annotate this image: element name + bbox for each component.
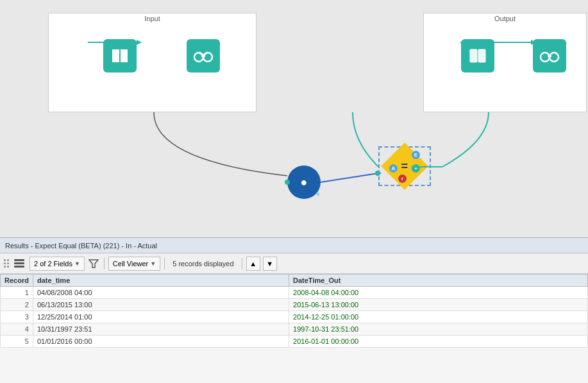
cell-datetime-out: 2015-06-13 13:00:00	[289, 299, 588, 311]
fields-chevron: ▼	[74, 260, 80, 267]
cell-datetime-out: 1997-10-31 23:51:00	[289, 323, 588, 336]
results-header: Results - Expect Equal (BETA) (221) - In…	[0, 238, 588, 253]
svg-point-11	[541, 53, 550, 62]
output-binoculars-node[interactable]	[533, 39, 566, 72]
separator-3	[242, 258, 242, 269]
svg-rect-13	[548, 55, 551, 57]
table-row: 312/25/2014 01:002014-12-25 01:00:00	[1, 311, 588, 323]
col-header-datetime-out: DateTime_Out	[289, 275, 588, 287]
input-label: Input	[144, 15, 160, 22]
table-row: 104/08/2008 04:002008-04-08 04:00:00	[1, 287, 588, 299]
badge-e: E	[412, 151, 420, 159]
table-row: 410/31/1997 23:511997-10-31 23:51:00	[1, 323, 588, 336]
cell-datetime-out: 2014-12-25 01:00:00	[289, 311, 588, 323]
records-displayed-text: 5 records displayed	[172, 260, 233, 268]
input-book-node[interactable]	[103, 39, 137, 72]
fields-button[interactable]: 2 of 2 Fields ▼	[29, 257, 85, 271]
connector-dot-2	[285, 180, 290, 185]
filter-icon	[88, 259, 99, 269]
cell-record: 1	[1, 287, 33, 299]
scroll-down-button[interactable]: ▼	[263, 257, 277, 271]
input-workflow-box: Input	[48, 13, 256, 112]
cell-datetime-out: 2016-01-01 00:00:00	[289, 336, 588, 348]
separator-2	[164, 258, 165, 269]
svg-rect-8	[478, 49, 485, 62]
canvas-area: Input Output ● + = E A r	[0, 0, 588, 237]
cell-date-time: 06/13/2015 13:00	[33, 299, 289, 311]
svg-rect-6	[201, 55, 205, 57]
data-table: Record date_time DateTime_Out 104/08/200…	[0, 274, 588, 383]
results-header-text: Results - Expect Equal (BETA) (221) - In…	[5, 242, 157, 250]
output-workflow-box: Output	[423, 13, 587, 112]
cell-viewer-button[interactable]: Cell Viewer ▼	[108, 257, 160, 271]
table-row: 501/01/2016 00:002016-01-01 00:00:00	[1, 336, 588, 348]
cell-record: 2	[1, 299, 33, 311]
table-body: 104/08/2008 04:002008-04-08 04:00:00206/…	[1, 287, 588, 348]
output-book-node[interactable]	[461, 39, 494, 72]
svg-point-5	[203, 53, 212, 62]
badge-r: r	[398, 174, 407, 183]
input-binoculars-node[interactable]	[187, 39, 220, 72]
svg-rect-7	[470, 49, 477, 62]
cell-viewer-chevron: ▼	[150, 260, 156, 267]
add-icon[interactable]: +	[315, 189, 321, 199]
scroll-up-button[interactable]: ▲	[246, 257, 260, 271]
drag-handle	[4, 259, 9, 268]
badge-a: A	[389, 164, 398, 173]
cell-date-time: 01/01/2016 00:00	[33, 336, 289, 348]
svg-point-4	[194, 53, 203, 62]
connector-dot-3	[375, 171, 380, 176]
connector-dot-1	[124, 40, 129, 45]
table-row: 206/13/2015 13:002015-06-13 13:00:00	[1, 299, 588, 311]
cell-record: 5	[1, 336, 33, 348]
table-header-row: Record date_time DateTime_Out	[1, 275, 588, 287]
svg-line-18	[321, 173, 378, 182]
cell-date-time: 12/25/2014 01:00	[33, 311, 289, 323]
col-header-record: Record	[1, 275, 33, 287]
expect-equal-node[interactable]: = E A r +	[378, 146, 431, 186]
cell-record: 4	[1, 323, 33, 336]
blue-circle-node[interactable]: ● +	[287, 166, 321, 199]
results-toolbar: 2 of 2 Fields ▼ Cell Viewer ▼ 5 records …	[0, 253, 588, 274]
badge-plus: +	[412, 164, 420, 173]
svg-marker-22	[89, 260, 98, 268]
results-panel: Results - Expect Equal (BETA) (221) - In…	[0, 237, 588, 383]
filter-icon-area	[88, 259, 99, 269]
cell-date-time: 10/31/1997 23:51	[33, 323, 289, 336]
cell-date-time: 04/08/2008 04:00	[33, 287, 289, 299]
svg-point-12	[550, 53, 559, 62]
col-header-date-time: date_time	[33, 275, 289, 287]
cell-record: 3	[1, 311, 33, 323]
output-label: Output	[494, 15, 516, 22]
cell-datetime-out: 2008-04-08 04:00:00	[289, 287, 588, 299]
results-table: Record date_time DateTime_Out 104/08/200…	[0, 274, 588, 348]
separator-1	[104, 258, 105, 269]
stack-icon	[14, 259, 24, 268]
